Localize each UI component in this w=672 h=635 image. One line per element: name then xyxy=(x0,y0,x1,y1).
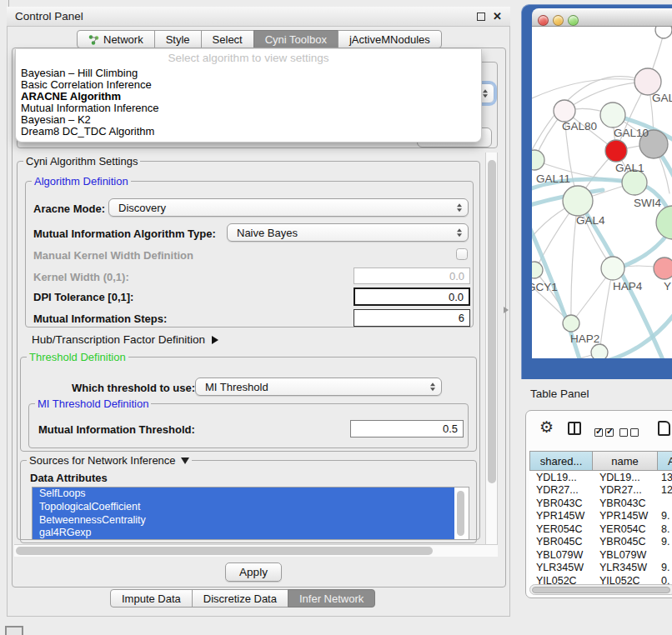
network-node[interactable] xyxy=(563,186,593,216)
minimize-traffic-light[interactable] xyxy=(553,15,564,26)
popup-item[interactable]: Basic Correlation Inference xyxy=(19,79,478,91)
tab-style[interactable]: Style xyxy=(154,30,202,48)
column-header-cutoff[interactable]: A xyxy=(658,451,672,471)
tab-jactivemnodules[interactable]: jActiveMNodules xyxy=(338,30,442,48)
settings-hscrollbar-thumb[interactable] xyxy=(16,547,433,555)
mi-steps-value: 6 xyxy=(459,312,464,324)
attributes-list-scrollbar[interactable] xyxy=(457,491,464,536)
network-canvas[interactable]: GALGAL80GAL10GAL1GAL11SWI4GAL4HAP4YGCY1H… xyxy=(532,27,672,358)
mi-type-select[interactable]: Naive Bayes xyxy=(227,223,469,242)
algorithm-dropdown-popup: Select algorithm to view settings Bayesi… xyxy=(15,49,482,142)
dpi-tolerance-label: DPI Tolerance [0,1]: xyxy=(33,291,133,303)
combo-arrows-icon xyxy=(430,382,435,391)
table-row[interactable]: YLR345WYLR345W9. xyxy=(529,562,672,575)
close-icon[interactable]: ✕ xyxy=(493,10,502,22)
data-attributes-list[interactable]: SelfLoops TopologicalCoefficient Between… xyxy=(32,487,469,540)
table-row[interactable]: YER054CYER054C8. xyxy=(529,523,672,537)
tab-discretize-data[interactable]: Discretize Data xyxy=(192,589,288,608)
table-hscrollbar[interactable] xyxy=(529,584,672,595)
network-node[interactable] xyxy=(591,344,608,358)
table-cell: YBR045C xyxy=(529,536,593,549)
table-cell: YDR27... xyxy=(593,484,658,498)
tab-label: Select xyxy=(213,33,243,46)
mi-threshold-input[interactable]: 0.5 xyxy=(350,420,464,438)
network-node[interactable] xyxy=(600,102,625,128)
network-icon xyxy=(88,34,99,45)
network-node[interactable] xyxy=(654,258,672,279)
tab-network[interactable]: Network xyxy=(77,30,155,48)
attribute-item[interactable]: TopologicalCoefficient xyxy=(33,501,454,514)
table-row[interactable]: YBR043CYBR043C xyxy=(529,498,672,511)
mi-threshold-definition-title: MI Threshold Definition xyxy=(35,398,151,410)
close-traffic-light[interactable] xyxy=(538,15,549,26)
table-row[interactable]: YDR27...YDR27...12 xyxy=(529,484,672,498)
tab-impute-data[interactable]: Impute Data xyxy=(110,589,193,608)
which-threshold-select[interactable]: MI Threshold xyxy=(195,378,442,396)
table-hscrollbar-thumb[interactable] xyxy=(532,587,670,593)
collapsed-panel-icon[interactable] xyxy=(5,626,23,635)
tab-cyni-toolbox[interactable]: Cyni Toolbox xyxy=(253,30,339,48)
table-row[interactable]: YBL079WYBL079W xyxy=(529,549,672,562)
expand-arrow-icon xyxy=(212,336,218,344)
aracne-mode-select[interactable]: Discovery xyxy=(108,198,469,217)
deselect-all-checkboxes-icon[interactable] xyxy=(619,425,641,440)
table-cell: YDL19... xyxy=(593,472,658,485)
tab-label: Network xyxy=(103,33,143,46)
document-icon[interactable] xyxy=(658,421,670,436)
select-all-checkboxes-icon[interactable] xyxy=(594,425,616,440)
settings-vscrollbar-thumb[interactable] xyxy=(488,160,496,483)
network-node[interactable] xyxy=(655,27,672,38)
attribute-item[interactable]: gal4RGexp xyxy=(33,527,454,540)
mi-steps-input[interactable]: 6 xyxy=(354,309,470,327)
aracne-mode-value: Discovery xyxy=(118,202,166,214)
float-window-icon[interactable] xyxy=(477,12,485,21)
zoom-traffic-light[interactable] xyxy=(568,15,579,26)
mi-steps-label: Mutual Information Steps: xyxy=(33,312,167,325)
node-label: HAP4 xyxy=(613,280,643,292)
screen: { "control_panel": { "title": "Control P… xyxy=(0,0,672,635)
tab-select[interactable]: Select xyxy=(201,30,254,48)
table-row[interactable]: YPR145WYPR145W9. xyxy=(529,510,672,523)
table-panel-title: Table Panel xyxy=(530,388,589,400)
table-cell: YPR145W xyxy=(593,510,658,523)
manual-kernel-checkbox[interactable] xyxy=(456,248,468,260)
splitter-handle[interactable] xyxy=(504,307,509,313)
kernel-width-input[interactable]: 0.0 xyxy=(354,268,470,284)
popup-item[interactable]: Bayesian – Hill Climbing xyxy=(19,68,478,79)
hub-definition-toggle[interactable]: Hub/Transcription Factor Definition xyxy=(32,333,218,346)
table-row[interactable]: YDL19...YDL19...13 xyxy=(529,472,672,485)
table-row[interactable]: YBR045CYBR045C9. xyxy=(529,536,672,549)
gear-icon[interactable]: ⚙ xyxy=(539,420,554,435)
tab-infer-network[interactable]: Infer Network xyxy=(288,589,375,608)
network-edge xyxy=(604,315,672,358)
network-node[interactable] xyxy=(601,257,624,280)
apply-button[interactable]: Apply xyxy=(225,562,282,582)
node-label: GAL4 xyxy=(576,214,605,227)
popup-item-selected[interactable]: ARACNE Algorithm xyxy=(19,91,478,102)
node-label: GAL80 xyxy=(562,120,597,132)
column-header-name[interactable]: name xyxy=(593,451,658,471)
network-node[interactable] xyxy=(605,140,627,162)
popup-item[interactable]: Mutual Information Inference xyxy=(19,102,478,114)
network-window-titlebar[interactable] xyxy=(532,8,672,27)
node-label: Y xyxy=(664,280,671,292)
attribute-item[interactable]: SelfLoops xyxy=(33,488,454,501)
network-node[interactable] xyxy=(563,315,579,332)
column-header-shared-name[interactable]: shared... xyxy=(529,451,593,471)
network-node[interactable] xyxy=(554,100,575,122)
table-cell: YBR045C xyxy=(593,536,658,549)
popup-item[interactable]: Dream8 DC_TDC Algorithm xyxy=(19,126,478,138)
network-node[interactable] xyxy=(532,262,543,278)
tab-label: Style xyxy=(166,33,190,46)
attribute-item[interactable]: BetweennessCentrality xyxy=(33,514,454,528)
sources-title[interactable]: Sources for Network Inference xyxy=(27,454,192,467)
kernel-width-value: 0.0 xyxy=(449,270,464,282)
network-node[interactable] xyxy=(532,150,544,170)
columns-icon[interactable] xyxy=(568,422,581,435)
cyni-bottom-tabs: Impute Data Discretize Data Infer Networ… xyxy=(111,589,375,608)
popup-item[interactable]: Bayesian – K2 xyxy=(19,114,478,126)
apply-label: Apply xyxy=(239,566,268,578)
dpi-tolerance-input[interactable]: 0.0 xyxy=(354,288,470,306)
table-cell: YBR043C xyxy=(593,498,658,511)
network-node[interactable] xyxy=(656,206,672,239)
